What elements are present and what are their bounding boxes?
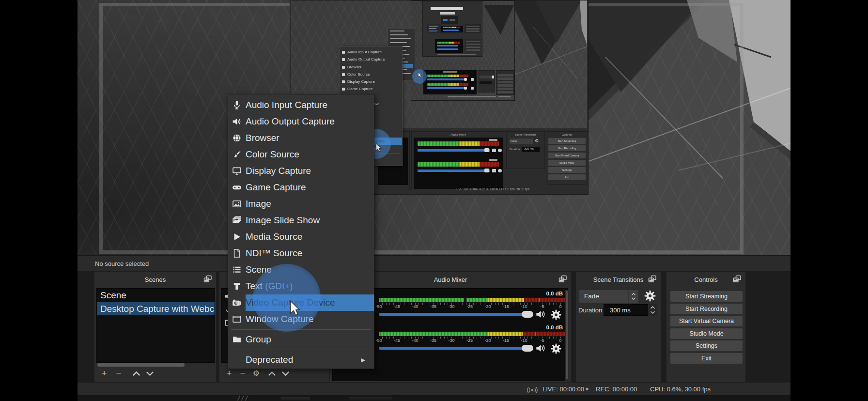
- menu-item-game-capture[interactable]: Game Capture: [228, 179, 374, 196]
- menu-item-label: Scene: [246, 262, 374, 278]
- menu-item-ndi-source[interactable]: NDI™ Source: [228, 245, 374, 262]
- remove-source-button[interactable]: −: [237, 368, 248, 379]
- duration-input[interactable]: 300 ms: [604, 304, 648, 316]
- menu-item-image[interactable]: Image: [228, 196, 374, 212]
- horizontal-scrollbar[interactable]: [97, 363, 185, 367]
- nested-status-bar: LIVE: 00:00:00 REC: 00:00:00 CPU: 0.6%, …: [456, 187, 587, 191]
- volume-slider-handle[interactable]: [522, 311, 533, 318]
- meter-tick-label: -35: [430, 304, 436, 309]
- scene-list-item[interactable]: Scene: [97, 289, 215, 302]
- nested-controls-title: Controls: [546, 133, 588, 136]
- menu-item-text[interactable]: Text (GDI+): [228, 278, 374, 294]
- scene-list-item[interactable]: Desktop Capture with Webcam: [97, 302, 215, 316]
- mute-speaker-icon[interactable]: [535, 343, 547, 354]
- exit-button[interactable]: Exit: [670, 353, 743, 364]
- volume-slider[interactable]: [379, 347, 530, 350]
- move-scene-down-button[interactable]: [144, 368, 155, 379]
- cpu-status: CPU: 0.6%, 30.00 fps: [650, 386, 711, 393]
- meter-tick-label: -25: [466, 304, 473, 309]
- live-antenna-icon: [526, 386, 539, 395]
- nested-settings-button: Settings: [548, 167, 586, 173]
- move-scene-up-button[interactable]: [130, 368, 142, 379]
- rec-dot-icon: ●: [585, 385, 589, 392]
- menu-item-label: Audio Output Capture: [246, 113, 374, 130]
- menu-item-group[interactable]: Group: [228, 331, 374, 348]
- transition-properties-gear-icon[interactable]: [644, 290, 657, 303]
- menu-item-video-capture-device[interactable]: Video Capture Device: [228, 294, 374, 311]
- nested-studio-mode-button: Studio Mode: [548, 160, 586, 166]
- mute-speaker-icon[interactable]: [535, 309, 547, 320]
- meter-tick-label: -35: [430, 338, 436, 343]
- duration-spinner[interactable]: [648, 304, 657, 316]
- menu-item-window-capture[interactable]: Window Capture: [228, 311, 374, 327]
- nested-obs-capture-2: [411, 0, 515, 101]
- volume-slider-handle[interactable]: [522, 345, 533, 352]
- channel-db-label: 0.0 dB: [546, 291, 563, 296]
- meter-tick-label: -30: [448, 304, 454, 309]
- transition-select-spinner[interactable]: [628, 290, 638, 303]
- menu-item-media-source[interactable]: Media Source: [228, 229, 374, 245]
- studio-mode-button[interactable]: Studio Mode: [670, 328, 743, 339]
- mixer-channel: 0.0 dB-50-45-40-35-30-25-20-15-10-50: [379, 324, 565, 356]
- remove-scene-button[interactable]: −: [113, 368, 124, 379]
- dock-icon[interactable]: [558, 275, 567, 283]
- rec-status: REC: 00:00:00: [596, 386, 637, 393]
- channel-db-label: 0.0 dB: [546, 324, 563, 330]
- meter-tick-label: -40: [412, 338, 418, 343]
- menu-item-display-capture[interactable]: Display Capture: [228, 163, 374, 179]
- menu-item-image-slide-show[interactable]: Image Slide Show: [228, 212, 374, 229]
- start-streaming-button[interactable]: Start Streaming: [670, 291, 743, 302]
- slideshow-icon: [228, 216, 246, 225]
- meter-tick-label: -20: [484, 338, 491, 343]
- add-scene-button[interactable]: +: [98, 368, 110, 379]
- menu-item-label: Color Source: [246, 146, 374, 163]
- meter-tick-label: -15: [503, 304, 509, 309]
- dock-icon[interactable]: [733, 275, 742, 283]
- start-recording-button[interactable]: Start Recording: [670, 304, 743, 314]
- menu-item-deprecated[interactable]: Deprecated▶: [228, 352, 374, 368]
- menu-item-label: Game Capture: [246, 179, 374, 196]
- menu-item-color-source[interactable]: Color Source: [228, 146, 374, 163]
- volume-slider[interactable]: [379, 313, 530, 316]
- scene-list: SceneDesktop Capture with Webcam: [96, 288, 215, 363]
- mixer-channel: 0.0 dB-50-45-40-35-30-25-20-15-10-50: [379, 291, 565, 323]
- add-source-button[interactable]: +: [223, 368, 235, 379]
- meter-tick-label: 0: [559, 304, 561, 309]
- mic-icon: [228, 100, 246, 110]
- source-status-bar: No source selected: [78, 255, 790, 271]
- channel-gear-icon[interactable]: [550, 309, 563, 320]
- channel-gear-icon[interactable]: [550, 343, 563, 354]
- move-source-up-button[interactable]: [266, 368, 278, 379]
- menu-item-scene[interactable]: Scene: [228, 262, 374, 278]
- brush-icon: [228, 150, 246, 159]
- menu-item-browser[interactable]: Browser: [228, 130, 374, 146]
- menu-item-audio-input-capture[interactable]: Audio Input Capture: [228, 97, 374, 113]
- volume-meter: [379, 331, 565, 337]
- settings-button[interactable]: Settings: [670, 340, 743, 351]
- window-icon: [228, 314, 246, 324]
- meter-tick-label: -25: [466, 338, 473, 343]
- menu-item-audio-output-capture[interactable]: Audio Output Capture: [228, 113, 374, 130]
- globe-icon: [228, 133, 246, 143]
- dock-icon[interactable]: [648, 275, 657, 283]
- mixer-scrollbar[interactable]: [565, 290, 569, 381]
- camera-icon: [228, 298, 246, 308]
- nested-mixer-title: Audio Mixer: [412, 133, 505, 136]
- meter-tick-label: -5: [540, 338, 544, 343]
- text-icon: [228, 281, 246, 291]
- nested-cursor: [375, 143, 382, 153]
- meter-tick-label: -50: [375, 338, 382, 343]
- gamepad-icon: [228, 183, 246, 192]
- meter-tick-label: 0: [559, 338, 561, 343]
- menu-item-label: Video Capture Device: [246, 294, 374, 311]
- nested-gear-icon: ⚙: [535, 138, 539, 143]
- transition-select[interactable]: Fade: [579, 290, 638, 303]
- menu-item-label: Image: [246, 196, 374, 212]
- source-properties-gear-icon[interactable]: ⚙: [250, 368, 262, 379]
- meter-scale: -50-45-40-35-30-25-20-15-10-50: [379, 337, 565, 342]
- scenes-title: Scenes: [94, 276, 216, 283]
- move-source-down-button[interactable]: [279, 368, 291, 379]
- dock-icon[interactable]: [203, 275, 212, 283]
- meter-tick-label: -5: [540, 304, 544, 309]
- start-virtual-camera-button[interactable]: Start Virtual Camera: [670, 316, 743, 326]
